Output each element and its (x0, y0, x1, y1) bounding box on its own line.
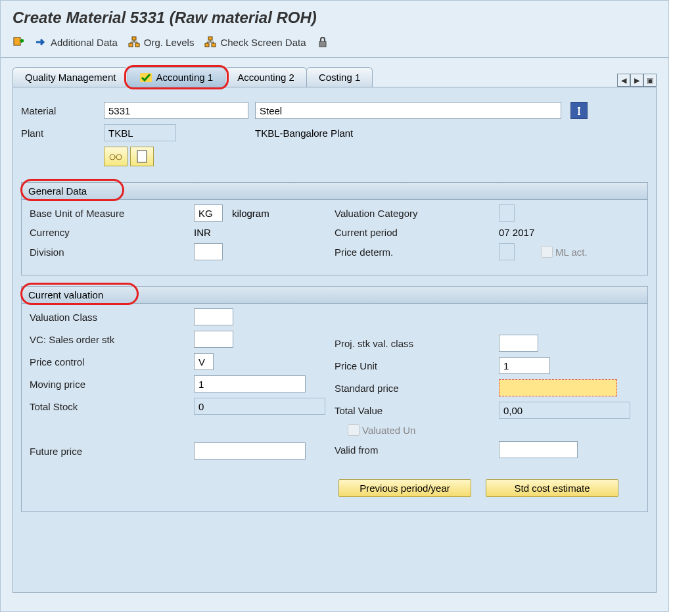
mlact-label: ML act. (555, 247, 588, 258)
movprice-field[interactable] (194, 375, 306, 392)
svg-rect-0 (14, 37, 20, 45)
buom-field[interactable] (194, 204, 223, 222)
tab-strip: Quality Management Accounting 1 Accounti… (12, 67, 657, 87)
check-green-icon (140, 73, 152, 82)
material-desc-field[interactable] (255, 102, 561, 119)
new-doc-button[interactable] (12, 36, 24, 48)
plant-field (104, 124, 176, 141)
mlact-checkbox (541, 246, 553, 258)
svg-rect-12 (137, 151, 147, 162)
totvalue-label: Total Value (335, 405, 473, 416)
std-cost-button[interactable]: Std cost estimate (486, 479, 618, 497)
futprice-field[interactable] (194, 442, 306, 460)
org-levels-label: Org. Levels (144, 37, 195, 48)
general-data-header: General Data (21, 182, 648, 200)
tab-body: Material Plant TKBL-Bangalore Plant (12, 87, 657, 593)
svg-rect-4 (208, 37, 212, 40)
totstock-label: Total Stock (30, 401, 194, 412)
currency-label: Currency (30, 227, 194, 238)
priceunit-label: Price Unit (335, 360, 473, 371)
current-valuation-header: Current valuation (21, 286, 648, 304)
validfrom-field[interactable] (499, 441, 578, 458)
info-button[interactable] (570, 102, 588, 119)
tab-next-button[interactable]: ▶ (630, 74, 643, 87)
svg-rect-5 (205, 43, 209, 47)
priceunit-field[interactable] (499, 357, 550, 374)
page-title: Create Material 5331 (Raw material ROH) (12, 9, 657, 27)
totvalue-field (499, 402, 630, 419)
material-field[interactable] (104, 102, 248, 119)
create-button[interactable] (130, 147, 154, 166)
svg-point-10 (110, 154, 115, 160)
pricedet-field (499, 243, 515, 260)
currency-value: INR (194, 227, 211, 238)
tab-accounting-1[interactable]: Accounting 1 (128, 67, 225, 87)
additional-data-button[interactable]: Additional Data (35, 36, 118, 48)
buom-label: Base Unit of Measure (30, 208, 194, 219)
division-label: Division (30, 247, 194, 258)
arrow-right-icon (35, 36, 47, 48)
plant-desc: TKBL-Bangalore Plant (255, 128, 353, 139)
prev-period-button[interactable]: Previous period/year (338, 479, 471, 497)
valun-label: Valuated Un (362, 425, 415, 436)
check-screen-button[interactable]: Check Screen Data (204, 36, 306, 48)
org-levels-button[interactable]: Org. Levels (128, 36, 195, 48)
svg-rect-2 (129, 43, 133, 47)
svg-point-11 (116, 154, 122, 160)
lock-button[interactable] (317, 36, 329, 48)
valun-checkbox (348, 424, 360, 436)
vcsales-field[interactable] (194, 331, 233, 348)
curper-label: Current period (335, 227, 473, 238)
vcsales-label: VC: Sales order stk (30, 334, 194, 345)
page-icon (137, 150, 147, 163)
svg-rect-7 (319, 41, 326, 47)
division-field[interactable] (194, 243, 223, 260)
stdprice-label: Standard price (335, 383, 473, 394)
futprice-label: Future price (30, 446, 194, 457)
pricectrl-field[interactable] (194, 353, 214, 370)
totstock-field (194, 398, 325, 415)
info-icon (574, 105, 584, 116)
svg-rect-3 (135, 43, 139, 47)
check-data-icon (204, 36, 216, 48)
tab-prev-button[interactable]: ◀ (617, 74, 630, 87)
valcat-field (499, 204, 515, 222)
tab-quality-management[interactable]: Quality Management (12, 67, 128, 87)
material-label: Material (21, 105, 104, 116)
stdprice-field[interactable] (499, 379, 617, 396)
org-tree-icon (128, 36, 140, 48)
tab-accounting-2[interactable]: Accounting 2 (225, 67, 307, 87)
plant-label: Plant (21, 128, 104, 139)
svg-rect-1 (132, 37, 136, 40)
projstk-label: Proj. stk val. class (335, 338, 473, 349)
lock-icon (317, 36, 329, 48)
validfrom-label: Valid from (335, 444, 473, 456)
pricedet-label: Price determ. (335, 247, 473, 258)
valcat-label: Valuation Category (335, 208, 473, 219)
tab-costing-1[interactable]: Costing 1 (306, 67, 373, 87)
projstk-field[interactable] (499, 335, 538, 352)
curper-value: 07 2017 (499, 227, 534, 238)
movprice-label: Moving price (30, 379, 194, 390)
glasses-icon (108, 152, 123, 161)
buom-text: kilogram (232, 208, 269, 219)
toolbar: Additional Data Org. Levels Check Screen… (1, 32, 668, 58)
valclass-field[interactable] (194, 308, 233, 325)
new-doc-icon (12, 36, 24, 48)
svg-rect-6 (212, 43, 216, 47)
check-screen-label: Check Screen Data (220, 37, 306, 48)
pricectrl-label: Price control (30, 356, 194, 367)
view-button[interactable] (104, 147, 128, 166)
tab-list-button[interactable]: ▣ (643, 74, 657, 87)
additional-data-label: Additional Data (51, 37, 118, 48)
valclass-label: Valuation Class (30, 312, 194, 323)
